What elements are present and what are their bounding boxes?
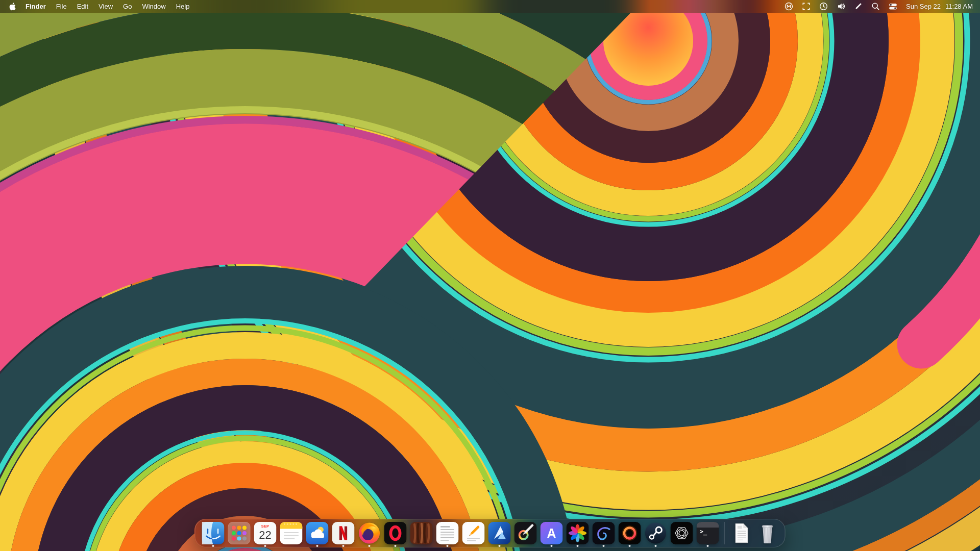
- launchpad-icon: [228, 522, 250, 544]
- netflix-icon: [332, 522, 354, 544]
- dock-item-striped-app[interactable]: [410, 522, 432, 544]
- svg-text:A: A: [547, 526, 556, 540]
- calendar-icon: SEP 22: [254, 522, 276, 544]
- spotlight-icon[interactable]: [871, 2, 880, 11]
- menu-view[interactable]: View: [93, 0, 118, 13]
- dock-item-letter-a-app[interactable]: A: [540, 522, 562, 544]
- menu-bar: Finder File Edit View Go Window Help: [0, 0, 980, 13]
- dock-item-weather[interactable]: [306, 522, 328, 544]
- menu-go[interactable]: Go: [118, 0, 137, 13]
- dock-item-netflix[interactable]: [332, 522, 354, 544]
- dock-item-terminal[interactable]: >_: [696, 522, 719, 544]
- pages-icon: [462, 522, 484, 544]
- dock-item-launchpad[interactable]: [228, 522, 250, 544]
- weather-cloud-icon: [306, 522, 328, 544]
- dock-item-firefox[interactable]: [358, 522, 380, 544]
- dock-item-notes[interactable]: [280, 522, 302, 544]
- trash-icon: [756, 522, 778, 544]
- menu-bar-status: Sun Sep 22 11:28 AM: [785, 2, 980, 11]
- dock: SEP 22: [195, 519, 786, 547]
- dock-separator[interactable]: [724, 522, 725, 544]
- pen-icon[interactable]: [854, 2, 863, 11]
- textedit-icon: [436, 522, 458, 544]
- apple-icon: [9, 3, 16, 11]
- recent-document-icon: [730, 522, 752, 544]
- menu-edit[interactable]: Edit: [72, 0, 93, 13]
- dock-item-textedit[interactable]: [436, 522, 458, 544]
- dock-item-steam[interactable]: [644, 522, 667, 544]
- dock-item-spiral-app[interactable]: [592, 522, 615, 544]
- menu-bar-date: Sun Sep 22: [906, 3, 941, 10]
- time-machine-icon[interactable]: [819, 2, 828, 11]
- desktop-wallpaper: [0, 0, 980, 551]
- dock-item-ring-app[interactable]: [618, 522, 641, 544]
- volume-icon[interactable]: [837, 2, 845, 11]
- dock-item-opera[interactable]: [384, 522, 406, 544]
- flower-app-icon: [566, 522, 589, 544]
- hexagon-app-icon: [670, 522, 693, 544]
- screenshot-icon[interactable]: [802, 2, 811, 11]
- menu-window[interactable]: Window: [137, 0, 170, 13]
- ring-app-icon: [618, 522, 641, 544]
- dock-item-hexagon-app[interactable]: [670, 522, 693, 544]
- menu-help[interactable]: Help: [171, 0, 195, 13]
- apple-menu[interactable]: [8, 3, 20, 11]
- dock-item-affinity-designer[interactable]: [488, 522, 510, 544]
- steam-icon: [644, 522, 667, 544]
- dock-item-finder[interactable]: [202, 522, 224, 544]
- svg-text:>_: >_: [699, 528, 707, 536]
- dock-item-pages[interactable]: [462, 522, 484, 544]
- spiral-app-icon: [592, 522, 615, 544]
- opera-icon: [384, 522, 406, 544]
- dock-item-document[interactable]: [730, 522, 752, 544]
- finder-icon: [202, 522, 224, 544]
- control-center-icon[interactable]: [889, 2, 897, 11]
- menu-bar-left: Finder File Edit View Go Window Help: [0, 0, 194, 13]
- menu-bar-time: 11:28 AM: [945, 3, 973, 10]
- terminal-icon: >_: [696, 522, 719, 544]
- affinity-designer-icon: [488, 522, 510, 544]
- desktop[interactable]: Finder File Edit View Go Window Help: [0, 0, 980, 551]
- menu-finder[interactable]: Finder: [20, 0, 51, 13]
- mimestream-icon[interactable]: [785, 2, 793, 11]
- notes-icon: [280, 522, 302, 544]
- letter-a-app-icon: A: [540, 522, 562, 544]
- dock-item-calendar[interactable]: SEP 22: [254, 522, 276, 544]
- menu-bar-clock[interactable]: Sun Sep 22 11:28 AM: [906, 3, 973, 10]
- svg-text:SEP: SEP: [261, 524, 268, 529]
- dock-item-flower-app[interactable]: [566, 522, 589, 544]
- dock-item-trash[interactable]: [756, 522, 778, 544]
- dock-item-pixelmator-pro[interactable]: [514, 522, 536, 544]
- firefox-icon: [358, 522, 380, 544]
- striped-app-icon: [410, 522, 432, 544]
- svg-text:22: 22: [259, 529, 271, 541]
- pixelmator-pro-icon: [514, 522, 536, 544]
- menu-file[interactable]: File: [51, 0, 72, 13]
